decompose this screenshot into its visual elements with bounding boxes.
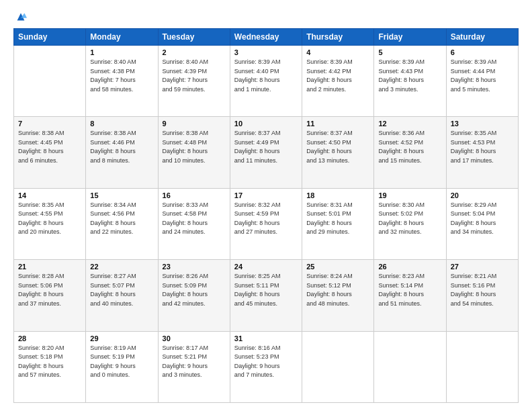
calendar-cell: 18Sunrise: 8:31 AMSunset: 5:01 PMDayligh… xyxy=(302,188,374,259)
day-number: 7 xyxy=(18,120,81,128)
day-number: 25 xyxy=(306,263,369,271)
day-info: Sunrise: 8:37 AMSunset: 4:49 PMDaylight:… xyxy=(234,129,298,165)
day-info: Sunrise: 8:35 AMSunset: 4:53 PMDaylight:… xyxy=(451,129,514,165)
calendar-cell xyxy=(446,331,518,402)
day-number: 28 xyxy=(18,334,81,342)
day-info: Sunrise: 8:16 AMSunset: 5:23 PMDaylight:… xyxy=(234,344,298,380)
day-number: 15 xyxy=(90,191,153,199)
day-info: Sunrise: 8:24 AMSunset: 5:12 PMDaylight:… xyxy=(306,272,369,308)
day-info: Sunrise: 8:19 AMSunset: 5:19 PMDaylight:… xyxy=(90,344,153,380)
calendar-week-row: 14Sunrise: 8:35 AMSunset: 4:55 PMDayligh… xyxy=(14,188,519,259)
calendar-cell: 12Sunrise: 8:36 AMSunset: 4:52 PMDayligh… xyxy=(374,117,446,188)
calendar-cell: 22Sunrise: 8:27 AMSunset: 5:07 PMDayligh… xyxy=(86,260,158,331)
calendar-cell xyxy=(14,46,86,117)
calendar-cell: 25Sunrise: 8:24 AMSunset: 5:12 PMDayligh… xyxy=(302,260,374,331)
calendar-cell: 13Sunrise: 8:35 AMSunset: 4:53 PMDayligh… xyxy=(446,117,518,188)
calendar-cell: 6Sunrise: 8:39 AMSunset: 4:44 PMDaylight… xyxy=(446,46,518,117)
calendar-cell: 21Sunrise: 8:28 AMSunset: 5:06 PMDayligh… xyxy=(14,260,86,331)
calendar-cell xyxy=(374,331,446,402)
calendar-cell: 31Sunrise: 8:16 AMSunset: 5:23 PMDayligh… xyxy=(230,331,302,402)
calendar-cell: 19Sunrise: 8:30 AMSunset: 5:02 PMDayligh… xyxy=(374,188,446,259)
day-info: Sunrise: 8:26 AMSunset: 5:09 PMDaylight:… xyxy=(163,272,226,308)
calendar-cell: 4Sunrise: 8:39 AMSunset: 4:42 PMDaylight… xyxy=(302,46,374,117)
calendar-cell: 3Sunrise: 8:39 AMSunset: 4:40 PMDaylight… xyxy=(230,46,302,117)
day-info: Sunrise: 8:34 AMSunset: 4:56 PMDaylight:… xyxy=(90,201,153,237)
logo xyxy=(13,11,27,23)
day-info: Sunrise: 8:38 AMSunset: 4:48 PMDaylight:… xyxy=(163,129,226,165)
calendar-cell: 17Sunrise: 8:32 AMSunset: 4:59 PMDayligh… xyxy=(230,188,302,259)
day-info: Sunrise: 8:39 AMSunset: 4:43 PMDaylight:… xyxy=(378,58,441,94)
day-number: 13 xyxy=(451,120,514,128)
day-number: 8 xyxy=(90,120,153,128)
day-number: 22 xyxy=(90,263,153,271)
day-info: Sunrise: 8:29 AMSunset: 5:04 PMDaylight:… xyxy=(451,201,514,237)
day-number: 23 xyxy=(163,263,226,271)
day-info: Sunrise: 8:25 AMSunset: 5:11 PMDaylight:… xyxy=(234,272,298,308)
day-number: 12 xyxy=(378,120,441,128)
calendar-day-header: Friday xyxy=(374,29,446,46)
day-info: Sunrise: 8:39 AMSunset: 4:40 PMDaylight:… xyxy=(234,58,298,94)
calendar-cell: 28Sunrise: 8:20 AMSunset: 5:18 PMDayligh… xyxy=(14,331,86,402)
calendar-day-header: Monday xyxy=(86,29,158,46)
day-number: 9 xyxy=(163,120,226,128)
calendar-cell: 26Sunrise: 8:23 AMSunset: 5:14 PMDayligh… xyxy=(374,260,446,331)
day-info: Sunrise: 8:21 AMSunset: 5:16 PMDaylight:… xyxy=(451,272,514,308)
day-info: Sunrise: 8:23 AMSunset: 5:14 PMDaylight:… xyxy=(378,272,441,308)
calendar-cell: 1Sunrise: 8:40 AMSunset: 4:38 PMDaylight… xyxy=(86,46,158,117)
day-info: Sunrise: 8:39 AMSunset: 4:42 PMDaylight:… xyxy=(306,58,369,94)
day-number: 29 xyxy=(90,334,153,342)
day-info: Sunrise: 8:38 AMSunset: 4:45 PMDaylight:… xyxy=(18,129,81,165)
day-info: Sunrise: 8:30 AMSunset: 5:02 PMDaylight:… xyxy=(378,201,441,237)
calendar-day-header: Thursday xyxy=(302,29,374,46)
page: SundayMondayTuesdayWednesdayThursdayFrid… xyxy=(0,0,532,411)
day-info: Sunrise: 8:27 AMSunset: 5:07 PMDaylight:… xyxy=(90,272,153,308)
day-number: 10 xyxy=(234,120,298,128)
calendar-table: SundayMondayTuesdayWednesdayThursdayFrid… xyxy=(13,28,519,403)
day-info: Sunrise: 8:39 AMSunset: 4:44 PMDaylight:… xyxy=(451,58,514,94)
day-number: 5 xyxy=(378,48,441,56)
day-number: 4 xyxy=(306,48,369,56)
calendar-day-header: Wednesday xyxy=(230,29,302,46)
day-info: Sunrise: 8:33 AMSunset: 4:58 PMDaylight:… xyxy=(163,201,226,237)
day-number: 3 xyxy=(234,48,298,56)
calendar-day-header: Tuesday xyxy=(158,29,230,46)
day-info: Sunrise: 8:32 AMSunset: 4:59 PMDaylight:… xyxy=(234,201,298,237)
day-number: 27 xyxy=(451,263,514,271)
calendar-cell: 2Sunrise: 8:40 AMSunset: 4:39 PMDaylight… xyxy=(158,46,230,117)
header xyxy=(13,11,519,23)
day-info: Sunrise: 8:28 AMSunset: 5:06 PMDaylight:… xyxy=(18,272,81,308)
calendar-week-row: 28Sunrise: 8:20 AMSunset: 5:18 PMDayligh… xyxy=(14,331,519,402)
calendar-cell: 27Sunrise: 8:21 AMSunset: 5:16 PMDayligh… xyxy=(446,260,518,331)
calendar-week-row: 21Sunrise: 8:28 AMSunset: 5:06 PMDayligh… xyxy=(14,260,519,331)
calendar-cell: 15Sunrise: 8:34 AMSunset: 4:56 PMDayligh… xyxy=(86,188,158,259)
day-info: Sunrise: 8:20 AMSunset: 5:18 PMDaylight:… xyxy=(18,344,81,380)
day-info: Sunrise: 8:17 AMSunset: 5:21 PMDaylight:… xyxy=(163,344,226,380)
day-info: Sunrise: 8:40 AMSunset: 4:39 PMDaylight:… xyxy=(163,58,226,94)
calendar-week-row: 1Sunrise: 8:40 AMSunset: 4:38 PMDaylight… xyxy=(14,46,519,117)
day-info: Sunrise: 8:40 AMSunset: 4:38 PMDaylight:… xyxy=(90,58,153,94)
day-info: Sunrise: 8:38 AMSunset: 4:46 PMDaylight:… xyxy=(90,129,153,165)
calendar-day-header: Sunday xyxy=(14,29,86,46)
calendar-day-header: Saturday xyxy=(446,29,518,46)
day-number: 19 xyxy=(378,191,441,199)
logo-icon xyxy=(15,11,27,23)
calendar-cell: 7Sunrise: 8:38 AMSunset: 4:45 PMDaylight… xyxy=(14,117,86,188)
day-info: Sunrise: 8:37 AMSunset: 4:50 PMDaylight:… xyxy=(306,129,369,165)
calendar-week-row: 7Sunrise: 8:38 AMSunset: 4:45 PMDaylight… xyxy=(14,117,519,188)
day-number: 18 xyxy=(306,191,369,199)
calendar-cell: 24Sunrise: 8:25 AMSunset: 5:11 PMDayligh… xyxy=(230,260,302,331)
calendar-cell: 29Sunrise: 8:19 AMSunset: 5:19 PMDayligh… xyxy=(86,331,158,402)
calendar-cell: 14Sunrise: 8:35 AMSunset: 4:55 PMDayligh… xyxy=(14,188,86,259)
day-number: 20 xyxy=(451,191,514,199)
day-info: Sunrise: 8:31 AMSunset: 5:01 PMDaylight:… xyxy=(306,201,369,237)
calendar-cell: 11Sunrise: 8:37 AMSunset: 4:50 PMDayligh… xyxy=(302,117,374,188)
day-number: 11 xyxy=(306,120,369,128)
day-info: Sunrise: 8:35 AMSunset: 4:55 PMDaylight:… xyxy=(18,201,81,237)
calendar-cell: 5Sunrise: 8:39 AMSunset: 4:43 PMDaylight… xyxy=(374,46,446,117)
calendar-cell: 8Sunrise: 8:38 AMSunset: 4:46 PMDaylight… xyxy=(86,117,158,188)
day-number: 21 xyxy=(18,263,81,271)
calendar-cell: 30Sunrise: 8:17 AMSunset: 5:21 PMDayligh… xyxy=(158,331,230,402)
calendar-cell xyxy=(302,331,374,402)
calendar-cell: 20Sunrise: 8:29 AMSunset: 5:04 PMDayligh… xyxy=(446,188,518,259)
calendar-cell: 9Sunrise: 8:38 AMSunset: 4:48 PMDaylight… xyxy=(158,117,230,188)
